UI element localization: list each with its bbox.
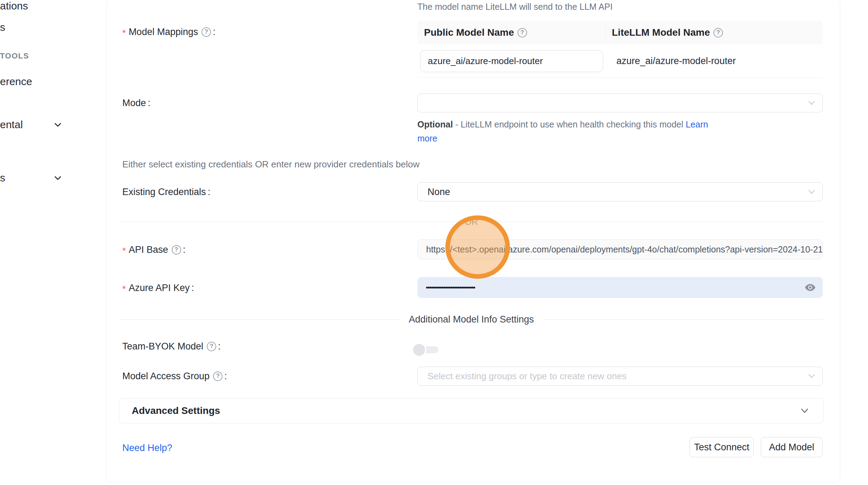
mode-select[interactable] [417, 93, 823, 112]
help-icon[interactable]: ? [213, 372, 223, 381]
help-icon[interactable]: ? [713, 28, 723, 37]
help-icon[interactable]: ? [518, 28, 527, 37]
sidebar-item-api-reference[interactable]: erence [0, 76, 32, 87]
help-icon[interactable]: ? [201, 27, 211, 37]
azure-api-key-label: * Azure API Key : [122, 278, 194, 298]
help-icon[interactable]: ? [207, 342, 216, 351]
need-help-link[interactable]: Need Help? [122, 439, 172, 456]
model-access-group-placeholder: Select existing groups or type to create… [418, 371, 627, 382]
advanced-settings-label: Advanced Settings [119, 405, 220, 416]
existing-credentials-select[interactable]: None [417, 182, 823, 201]
add-model-button[interactable]: Add Model [761, 437, 822, 457]
test-connect-button[interactable]: Test Connect [690, 437, 754, 457]
required-asterisk: * [122, 28, 126, 39]
credentials-note: Either select existing credentials OR en… [122, 159, 419, 170]
chevron-down-icon[interactable] [53, 120, 62, 129]
table-row: azure_ai/azure-model-router [417, 44, 823, 77]
chevron-down-icon [807, 98, 816, 108]
litellm-model-name-hint: The model name LiteLLM will send to the … [417, 2, 613, 12]
column-header-public-model-name: Public Model Name ? [417, 27, 606, 38]
public-model-name-input[interactable] [420, 50, 603, 72]
help-icon[interactable]: ? [172, 245, 181, 255]
team-byok-toggle[interactable] [413, 344, 438, 356]
sidebar-section-label: TOOLS [0, 51, 29, 60]
litellm-model-name-value: azure_ai/azure-model-router [606, 56, 823, 67]
chevron-down-icon[interactable] [53, 173, 62, 182]
sidebar: ations s TOOLS erence ental s [0, 0, 106, 485]
model-access-group-select[interactable]: Select existing groups or type to create… [417, 367, 823, 386]
required-asterisk: * [122, 284, 126, 295]
model-mappings-table: Public Model Name ? LiteLLM Model Name ?… [417, 21, 823, 78]
sidebar-section-tools: TOOLS [0, 52, 29, 60]
existing-credentials-label: Existing Credentials : [122, 182, 210, 201]
divider-line [542, 319, 824, 320]
azure-api-key-field [417, 277, 823, 298]
sidebar-item-experimental[interactable]: ental [0, 119, 23, 130]
or-divider-text: OR [457, 217, 486, 227]
model-mappings-label: * Model Mappings ? : [122, 25, 216, 39]
sidebar-item-settings[interactable]: s [0, 172, 5, 183]
or-divider: OR [119, 217, 824, 227]
sidebar-item-label: s [0, 21, 5, 33]
chevron-down-icon [807, 372, 816, 381]
chevron-down-icon [807, 187, 816, 196]
divider-line [119, 222, 457, 222]
sidebar-item-label: erence [0, 76, 32, 87]
sidebar-item-label: ental [0, 119, 23, 130]
eye-icon[interactable] [805, 282, 816, 293]
chevron-down-icon [800, 406, 809, 416]
additional-info-divider: Additional Model Info Settings [119, 314, 824, 325]
existing-credentials-value: None [418, 187, 450, 198]
team-byok-label: Team-BYOK Model ? : [122, 339, 221, 353]
sidebar-item-label: s [0, 172, 5, 183]
sidebar-item[interactable]: s [0, 22, 5, 33]
sidebar-item-organizations[interactable]: ations [0, 0, 28, 12]
toggle-knob [413, 344, 425, 356]
model-mappings-table-header: Public Model Name ? LiteLLM Model Name ? [417, 21, 823, 44]
divider-line [486, 222, 824, 222]
sidebar-item-label: ations [0, 0, 28, 12]
mode-label: Mode : [122, 93, 150, 112]
mode-help-text: Optional - LiteLLM endpoint to use when … [417, 117, 713, 145]
model-access-group-label: Model Access Group ? : [122, 367, 227, 386]
azure-api-key-input[interactable] [417, 277, 823, 298]
additional-info-divider-text: Additional Model Info Settings [400, 314, 542, 325]
divider-line [119, 319, 400, 320]
column-header-litellm-model-name: LiteLLM Model Name ? [606, 26, 823, 39]
api-base-input[interactable]: https://<test>.openai.azure.com/openai/d… [417, 239, 823, 259]
api-base-label: * API Base ? : [122, 240, 185, 259]
add-model-form-card: The model name LiteLLM will send to the … [106, 0, 840, 483]
required-asterisk: * [122, 245, 126, 256]
advanced-settings-panel[interactable]: Advanced Settings [119, 398, 824, 423]
